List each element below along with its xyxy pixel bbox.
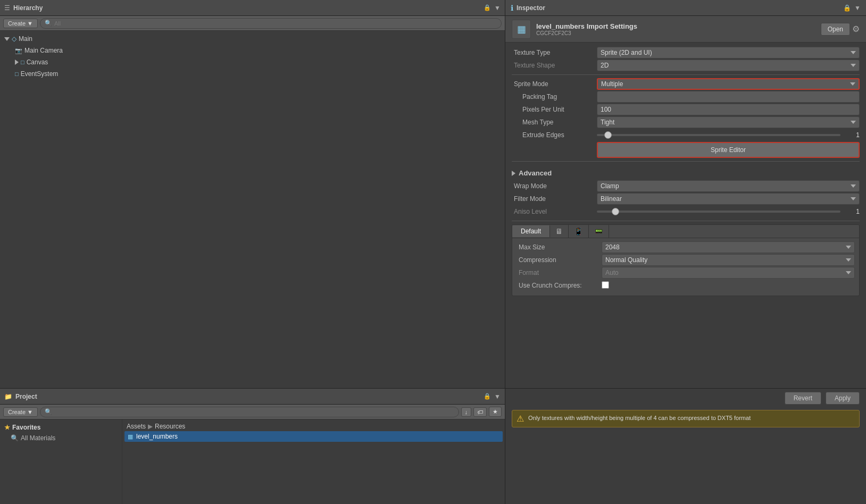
dropdown-arrow-icon: ▼ <box>27 20 33 27</box>
filter-mode-label: Filter Mode <box>512 195 597 203</box>
texture-shape-select[interactable]: 2D <box>597 60 860 71</box>
project-lock-icon: 🔒 <box>484 393 491 400</box>
gear-icon[interactable]: ⚙ <box>852 24 860 34</box>
aniso-level-value[interactable]: 1 <box>597 208 860 215</box>
file-item-level-numbers[interactable]: ▦ level_numbers <box>124 431 503 442</box>
inspector-panel: ℹ Inspector 🔒 ▼ ▦ level_numbers Import S… <box>505 0 866 388</box>
sprite-mode-value[interactable]: Multiple <box>597 78 860 90</box>
breadcrumb-assets: Assets <box>127 423 146 430</box>
aniso-level-number: 1 <box>844 208 860 215</box>
texture-type-label: Texture Type <box>512 49 597 56</box>
crunch-checkbox[interactable] <box>602 281 609 289</box>
favorite-all-materials[interactable]: 🔍 All Materials <box>2 433 120 443</box>
crunch-label: Use Crunch Compres: <box>517 282 602 289</box>
texture-type-value[interactable]: Sprite (2D and UI) <box>597 47 860 58</box>
project-create-button[interactable]: Create ▼ <box>3 407 38 417</box>
sprite-mode-row: Sprite Mode Multiple <box>512 78 860 90</box>
texture-shape-row: Texture Shape 2D <box>512 60 860 71</box>
hierarchy-item-main-camera[interactable]: 📷 Main Camera <box>0 45 505 56</box>
pixels-per-unit-input[interactable] <box>597 104 860 115</box>
bottom-action-row: Revert Apply <box>505 389 866 408</box>
extrude-edges-slider[interactable] <box>597 134 840 136</box>
tab-desktop[interactable]: 🖥 <box>550 225 569 238</box>
filter-mode-value[interactable]: Bilinear <box>597 193 860 205</box>
packing-tag-row: Packing Tag <box>512 91 860 103</box>
project-search-bar[interactable]: 🔍 <box>40 407 459 417</box>
favorites-header: ★ Favorites <box>2 422 120 433</box>
extrude-edges-row: Extrude Edges 1 <box>512 129 860 141</box>
breadcrumb: Assets ▶ Resources <box>124 422 503 431</box>
aniso-level-label: Aniso Level <box>512 208 597 215</box>
project-search-input[interactable] <box>54 409 454 415</box>
tabs-row: Default 🖥 📱 📟 <box>512 225 859 238</box>
asset-thumbnail: ▦ <box>512 20 531 39</box>
pixels-per-unit-value[interactable] <box>597 104 860 115</box>
texture-type-row: Texture Type Sprite (2D and UI) <box>512 47 860 58</box>
crunch-value[interactable] <box>602 281 855 290</box>
pixels-per-unit-row: Pixels Per Unit <box>512 104 860 115</box>
compression-row: Compression Normal Quality <box>517 254 855 266</box>
asset-title: level_numbers Import Settings <box>536 22 637 30</box>
project-title: Project <box>15 393 480 400</box>
search-bar[interactable]: 🔍 <box>40 18 502 29</box>
mesh-type-select[interactable]: Tight <box>597 116 860 128</box>
sprite-editor-value[interactable]: Sprite Editor <box>597 142 860 158</box>
filter-mode-select[interactable]: Bilinear <box>597 193 860 205</box>
create-button[interactable]: Create ▼ <box>3 19 38 28</box>
mesh-type-value[interactable]: Tight <box>597 116 860 128</box>
open-button[interactable]: Open <box>821 23 850 36</box>
wrap-mode-select[interactable]: Clamp <box>597 180 860 192</box>
format-select[interactable]: Auto <box>602 267 855 279</box>
hierarchy-item-label: Main <box>19 35 32 43</box>
folder-header-icon: 📁 <box>4 393 12 400</box>
sprite-mode-select[interactable]: Multiple <box>597 78 860 90</box>
search-input[interactable] <box>54 20 497 27</box>
header-menu-icon: ▼ <box>494 4 501 12</box>
hierarchy-item-canvas[interactable]: □ Canvas <box>0 56 505 68</box>
object-icon: □ <box>21 59 24 65</box>
platform-content: Max Size 2048 Compression Normal Qualit <box>512 238 859 296</box>
sprite-editor-button[interactable]: Sprite Editor <box>597 142 860 158</box>
tag-button[interactable]: 🏷 <box>473 407 487 417</box>
advanced-section-header[interactable]: Advanced <box>512 165 860 180</box>
asset-title-bar: ▦ level_numbers Import Settings CGCF2CF2… <box>505 16 866 43</box>
hierarchy-item-main[interactable]: ◇ Main <box>0 33 505 45</box>
texture-type-select[interactable]: Sprite (2D and UI) <box>597 47 860 58</box>
project-content: ★ Favorites 🔍 All Materials Assets ▶ Res… <box>0 419 505 504</box>
format-value[interactable]: Auto <box>602 267 855 279</box>
compression-select[interactable]: Normal Quality <box>602 254 855 266</box>
crunch-row: Use Crunch Compres: <box>517 280 855 291</box>
hierarchy-content: ◇ Main 📷 Main Camera □ Canvas □ EventSys… <box>0 31 505 388</box>
bottom-area: 📁 Project 🔒 ▼ Create ▼ 🔍 ↓ 🏷 ★ ★ Favorit… <box>0 388 866 504</box>
star-filter-button[interactable]: ★ <box>489 407 502 417</box>
inspector-menu-icon: ▼ <box>854 4 861 12</box>
object-icon: □ <box>15 71 19 77</box>
packing-tag-label: Packing Tag <box>512 93 597 100</box>
compression-value[interactable]: Normal Quality <box>602 254 855 266</box>
project-left-panel: ★ Favorites 🔍 All Materials <box>0 419 122 504</box>
packing-tag-input[interactable] <box>597 91 860 103</box>
filter-mode-row: Filter Mode Bilinear <box>512 193 860 205</box>
hierarchy-item-eventsystem[interactable]: □ EventSystem <box>0 68 505 80</box>
texture-shape-value[interactable]: 2D <box>597 60 860 71</box>
max-size-row: Max Size 2048 <box>517 241 855 253</box>
extrude-edges-value[interactable]: 1 <box>597 131 860 139</box>
revert-button[interactable]: Revert <box>785 392 821 405</box>
tab-mobile[interactable]: 📱 <box>569 225 589 238</box>
project-toolbar: Create ▼ 🔍 ↓ 🏷 ★ <box>0 405 505 419</box>
hierarchy-toolbar: Create ▼ 🔍 <box>0 16 505 31</box>
wrap-mode-label: Wrap Mode <box>512 182 597 190</box>
tab-default[interactable]: Default <box>512 225 550 237</box>
create-dropdown-arrow-icon: ▼ <box>27 409 33 415</box>
sprite-editor-row: Sprite Editor <box>512 142 860 158</box>
camera-icon: 📷 <box>15 47 22 54</box>
packing-tag-value[interactable] <box>597 91 860 103</box>
tab-tablet[interactable]: 📟 <box>589 225 609 238</box>
aniso-level-slider[interactable] <box>597 211 840 213</box>
project-menu-icon: ▼ <box>494 393 501 400</box>
sync-button[interactable]: ↓ <box>461 407 472 417</box>
max-size-select[interactable]: 2048 <box>602 241 855 253</box>
wrap-mode-value[interactable]: Clamp <box>597 180 860 192</box>
max-size-value[interactable]: 2048 <box>602 241 855 253</box>
apply-button[interactable]: Apply <box>826 392 860 405</box>
